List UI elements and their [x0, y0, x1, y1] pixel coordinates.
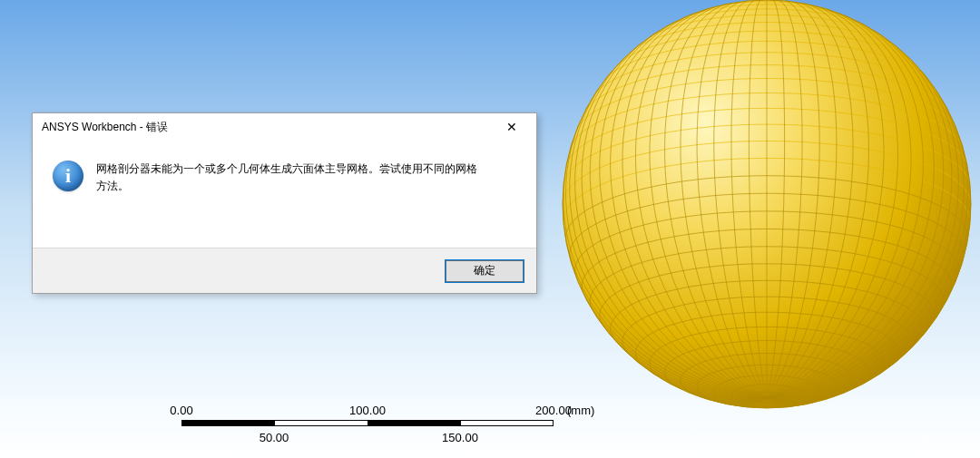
scale-bar: 0.00 100.00 200.00 (mm) 50.00 150.00	[181, 404, 681, 436]
dialog-title: ANSYS Workbench - 错误	[42, 120, 168, 135]
mesh-viewport[interactable]	[554, 0, 980, 417]
dialog-message: 网格剖分器未能为一个或多个几何体生成六面体主导网格。尝试使用不同的网格方法。	[96, 161, 486, 231]
error-dialog: ANSYS Workbench - 错误 ✕ i 网格剖分器未能为一个或多个几何…	[32, 112, 537, 294]
scale-tick-label: 50.00	[260, 431, 289, 444]
scale-tick-label: 100.00	[349, 404, 386, 417]
dialog-footer: 确定	[33, 248, 536, 293]
dialog-titlebar[interactable]: ANSYS Workbench - 错误 ✕	[33, 113, 536, 141]
scale-tick-label: 200.00	[535, 404, 572, 417]
ok-button[interactable]: 确定	[446, 260, 524, 282]
scale-tick-label: 150.00	[442, 431, 478, 444]
info-icon: i	[53, 161, 83, 191]
close-button[interactable]: ✕	[495, 116, 529, 138]
dialog-body: i 网格剖分器未能为一个或多个几何体生成六面体主导网格。尝试使用不同的网格方法。	[33, 141, 536, 240]
scale-tick-label: 0.00	[170, 404, 192, 417]
scale-unit: (mm)	[567, 404, 594, 417]
sphere-mesh-icon	[554, 0, 980, 417]
